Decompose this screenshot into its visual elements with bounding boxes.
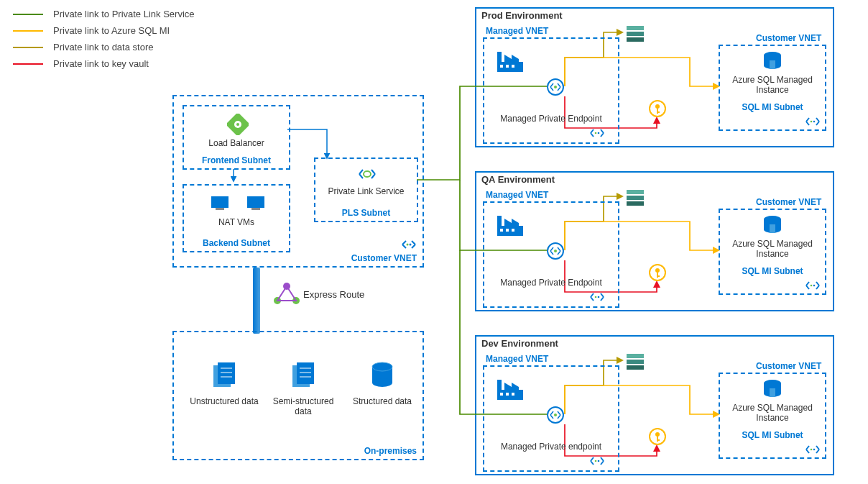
legend-item: Private link to Private Link Service [13, 9, 195, 19]
svg-rect-14 [218, 362, 235, 384]
sql-subnet-label: SQL MI Subnet [720, 266, 825, 276]
backend-subnet-box: NAT VMs Backend Subnet [183, 184, 290, 252]
pls-subnet-label: PLS Subnet [315, 208, 417, 218]
svg-point-76 [598, 460, 600, 462]
svg-rect-51 [512, 229, 514, 232]
load-balancer-icon [227, 114, 249, 135]
key-vault-icon [648, 99, 667, 120]
nat-vms-label: NAT VMs [184, 217, 289, 227]
svg-rect-78 [627, 360, 644, 364]
sql-mi-icon [760, 50, 785, 74]
svg-point-68 [813, 285, 816, 287]
svg-rect-41 [657, 111, 660, 113]
customer-vnet-right-label: Customer VNET [756, 197, 821, 207]
svg-rect-35 [627, 26, 644, 30]
svg-rect-6 [216, 208, 224, 210]
on-premises-box: On-premises Unstructured data Semi-struc… [172, 331, 424, 460]
data-label: Semi-structured data [267, 396, 339, 416]
managed-vnet-label: Managed VNET [486, 354, 548, 364]
svg-point-25 [372, 378, 392, 387]
svg-point-88 [811, 449, 813, 451]
svg-rect-45 [770, 60, 775, 69]
svg-rect-72 [512, 393, 514, 396]
svg-rect-87 [770, 388, 775, 397]
legend-item: Private link to key vault [13, 58, 195, 69]
svg-rect-77 [627, 354, 644, 358]
sql-label: Azure SQL Managed Instance [720, 75, 825, 96]
svg-point-54 [595, 296, 597, 298]
on-premises-label: On-premises [364, 446, 417, 456]
private-link-icon [357, 166, 377, 182]
vnet-icon [401, 239, 417, 250]
svg-rect-62 [657, 275, 660, 277]
svg-point-0 [407, 244, 409, 246]
sql-subnet-label: SQL MI Subnet [720, 430, 825, 440]
private-endpoint-icon [546, 242, 565, 262]
express-route-icon [273, 282, 300, 306]
svg-rect-19 [297, 362, 314, 384]
express-route-pipe [253, 268, 260, 334]
sql-subnet-label: SQL MI Subnet [720, 102, 825, 112]
pls-subnet-box: Private Link Service PLS Subnet [314, 157, 418, 222]
svg-point-67 [811, 285, 813, 287]
data-store-icon [625, 352, 645, 372]
svg-rect-29 [506, 65, 509, 68]
svg-rect-58 [627, 201, 644, 206]
customer-vnet-label: Customer VNET [351, 253, 417, 263]
key-vault-icon [648, 263, 667, 284]
env-title: Dev Environment [481, 338, 558, 349]
svg-rect-66 [770, 224, 775, 233]
database-icon [367, 361, 397, 391]
svg-point-53 [554, 250, 557, 252]
svg-rect-28 [500, 65, 503, 68]
svg-rect-7 [247, 196, 264, 208]
legend-item: Private link to Azure SQL MI [13, 25, 195, 36]
svg-point-4 [236, 123, 239, 126]
express-route-label: Express Route [303, 289, 364, 300]
managed-vnet-label: Managed VNET [486, 26, 548, 36]
svg-rect-30 [512, 65, 514, 68]
data-store-icon [625, 188, 645, 208]
svg-point-74 [554, 414, 557, 416]
svg-rect-50 [506, 229, 509, 232]
private-endpoint-icon [546, 406, 565, 426]
svg-point-47 [813, 121, 816, 123]
data-factory-icon [496, 213, 525, 239]
svg-rect-37 [627, 37, 644, 42]
legend-label: Private link to Private Link Service [53, 9, 195, 19]
svg-point-89 [813, 449, 816, 451]
data-label: Structured data [346, 396, 418, 406]
managed-vnet-label: Managed VNET [486, 190, 548, 200]
mpe-label: Managed Private Endpoint [486, 114, 617, 124]
structured-data: Structured data [346, 361, 418, 406]
svg-rect-5 [211, 196, 228, 208]
data-label: Unstructured data [188, 396, 260, 406]
load-balancer-label: Load Balancer [184, 138, 289, 148]
svg-rect-83 [657, 439, 660, 441]
svg-rect-79 [627, 365, 644, 370]
semistructured-data: Semi-structured data [267, 361, 339, 416]
data-factory-icon [496, 377, 525, 403]
env-title: Prod Environment [481, 10, 563, 21]
vnet-icon [589, 292, 605, 304]
svg-point-32 [554, 86, 557, 88]
key-vault-icon [648, 427, 667, 448]
env-title: QA Environment [481, 174, 555, 185]
documents-icon [288, 361, 318, 391]
pls-label: Private Link Service [315, 186, 417, 196]
documents-icon [209, 361, 239, 391]
data-store-icon [625, 24, 645, 44]
legend-item: Private link to data store [13, 42, 195, 52]
svg-rect-36 [627, 32, 644, 36]
private-endpoint-icon [546, 78, 565, 99]
sql-label: Azure SQL Managed Instance [720, 239, 825, 260]
legend-label: Private link to data store [53, 42, 153, 52]
unstructured-data: Unstructured data [188, 361, 260, 406]
legend-label: Private link to Azure SQL MI [53, 25, 170, 36]
data-factory-icon [496, 49, 525, 76]
svg-point-33 [595, 132, 597, 134]
nat-vms-icon [206, 193, 270, 214]
sql-mi-icon [760, 378, 785, 402]
sql-mi-icon [760, 214, 785, 238]
legend-label: Private link to key vault [53, 58, 149, 69]
